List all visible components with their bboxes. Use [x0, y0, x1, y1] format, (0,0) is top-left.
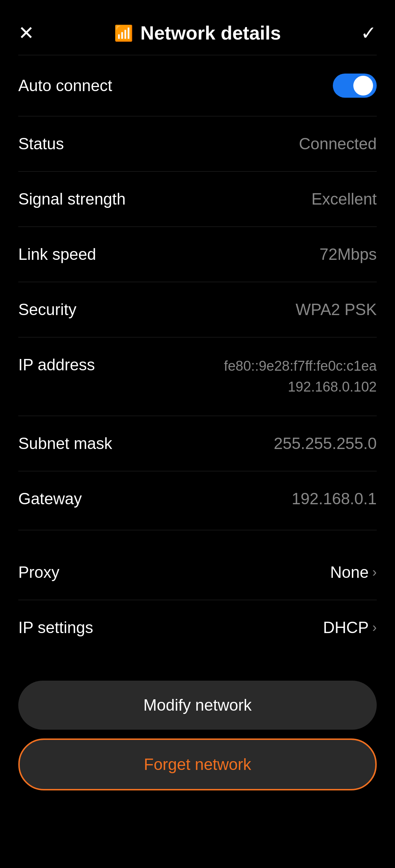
- ip-address-value: fe80::9e28:f7ff:fe0c:c1ea 192.168.0.102: [224, 356, 377, 397]
- ip-settings-label: IP settings: [18, 618, 93, 637]
- signal-strength-label: Signal strength: [18, 190, 126, 208]
- signal-strength-row: Signal strength Excellent: [0, 172, 395, 227]
- link-speed-row: Link speed 72Mbps: [0, 227, 395, 282]
- modify-network-button[interactable]: Modify network: [18, 681, 377, 730]
- header: ✕ 📶 Network details ✓: [0, 0, 395, 55]
- section-divider: [18, 530, 377, 530]
- auto-connect-toggle[interactable]: [333, 74, 377, 98]
- security-value: WPA2 PSK: [296, 300, 377, 319]
- ip-settings-value: DHCP: [323, 618, 369, 637]
- security-label: Security: [18, 300, 76, 319]
- page-title: Network details: [140, 22, 281, 44]
- subnet-mask-value: 255.255.255.0: [274, 434, 377, 453]
- ip-settings-chevron-icon: ›: [372, 620, 377, 635]
- confirm-button[interactable]: ✓: [361, 22, 377, 44]
- proxy-value-container: None ›: [330, 563, 377, 581]
- subnet-mask-label: Subnet mask: [18, 434, 112, 453]
- status-row: Status Connected: [0, 116, 395, 171]
- gateway-row: Gateway 192.168.0.1: [0, 471, 395, 526]
- ip-address-ipv4: 192.168.0.102: [288, 379, 377, 394]
- buttons-section: Modify network Forget network: [0, 666, 395, 805]
- toggle-slider: [333, 74, 377, 98]
- link-speed-value: 72Mbps: [319, 245, 377, 263]
- subnet-mask-row: Subnet mask 255.255.255.0: [0, 416, 395, 471]
- auto-connect-label: Auto connect: [18, 76, 112, 95]
- ip-address-row: IP address fe80::9e28:f7ff:fe0c:c1ea 192…: [0, 337, 395, 416]
- ip-address-label: IP address: [18, 356, 95, 374]
- security-row: Security WPA2 PSK: [0, 282, 395, 337]
- signal-strength-value: Excellent: [311, 190, 377, 208]
- ip-settings-value-container: DHCP ›: [323, 618, 377, 637]
- ip-settings-row[interactable]: IP settings DHCP ›: [0, 600, 395, 655]
- ip-address-ipv6: fe80::9e28:f7ff:fe0c:c1ea: [224, 358, 377, 374]
- proxy-row[interactable]: Proxy None ›: [0, 545, 395, 600]
- status-label: Status: [18, 135, 64, 153]
- status-value: Connected: [299, 135, 377, 153]
- proxy-chevron-icon: ›: [372, 565, 377, 580]
- gateway-value: 192.168.0.1: [292, 490, 377, 508]
- forget-network-button[interactable]: Forget network: [18, 738, 377, 790]
- gateway-label: Gateway: [18, 490, 82, 508]
- link-speed-label: Link speed: [18, 245, 96, 263]
- wifi-icon: 📶: [114, 24, 133, 42]
- proxy-value: None: [330, 563, 369, 581]
- close-button[interactable]: ✕: [18, 22, 34, 44]
- proxy-label: Proxy: [18, 563, 59, 581]
- auto-connect-row: Auto connect: [0, 55, 395, 116]
